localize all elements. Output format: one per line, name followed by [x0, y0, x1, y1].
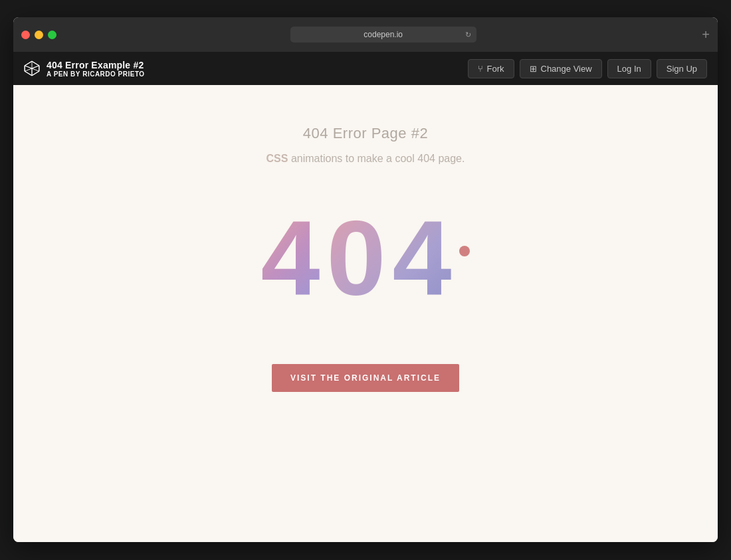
change-view-label: Change View — [541, 64, 592, 74]
close-button[interactable] — [21, 31, 30, 39]
codepen-actions: ⑂ Fork ⊞ Change View Log In Sign Up — [468, 59, 708, 78]
title-bar: 🔒 ↻ + — [13, 17, 718, 52]
codepen-brand: 404 Error Example #2 A PEN BY Ricardo Pr… — [24, 60, 145, 78]
fork-button[interactable]: ⑂ Fork — [468, 59, 514, 78]
address-bar-wrapper: 🔒 ↻ — [290, 27, 476, 43]
browser-window: 🔒 ↻ + 404 Error Example #2 A PEN BY Ric — [13, 17, 718, 542]
pen-title: 404 Error Example #2 — [47, 60, 145, 70]
page-subtitle: CSS animations to make a cool 404 page. — [266, 153, 465, 165]
maximize-button[interactable] — [48, 31, 56, 39]
fork-icon: ⑂ — [478, 64, 483, 74]
visit-original-button[interactable]: VISIT THE ORIGINAL ARTICLE — [272, 364, 459, 392]
content-area: 404 Error Page #2 CSS animations to make… — [13, 85, 718, 542]
address-bar: 🔒 ↻ — [118, 27, 649, 43]
svg-line-6 — [32, 68, 39, 71]
traffic-lights — [21, 31, 56, 39]
dot-accent — [459, 246, 470, 256]
refresh-icon[interactable]: ↻ — [465, 31, 471, 39]
change-view-icon: ⊞ — [530, 64, 537, 74]
pen-author-prefix: A PEN BY — [47, 70, 80, 78]
codepen-logo-icon — [24, 60, 40, 76]
page-title: 404 Error Page #2 — [303, 125, 428, 142]
change-view-button[interactable]: ⊞ Change View — [520, 59, 602, 78]
error-404-display: 4 0 4 — [261, 205, 470, 311]
codepen-toolbar: 404 Error Example #2 A PEN BY Ricardo Pr… — [13, 52, 718, 85]
pen-author-name[interactable]: Ricardo Prieto — [82, 70, 145, 78]
digit-middle: 0 — [327, 205, 386, 311]
login-button[interactable]: Log In — [607, 59, 651, 78]
codepen-title-block: 404 Error Example #2 A PEN BY Ricardo Pr… — [47, 60, 145, 78]
subtitle-rest: animations to make a cool 404 page. — [288, 153, 465, 164]
minimize-button[interactable] — [35, 31, 43, 39]
pen-author: A PEN BY Ricardo Prieto — [47, 70, 145, 78]
signup-button[interactable]: Sign Up — [657, 59, 707, 78]
fork-label: Fork — [487, 64, 504, 74]
digit-right: 4 — [392, 205, 451, 311]
subtitle-highlight: CSS — [266, 153, 288, 164]
url-input[interactable] — [290, 27, 476, 43]
svg-line-5 — [25, 68, 32, 71]
digit-left: 4 — [261, 205, 320, 311]
new-tab-button[interactable]: + — [702, 28, 710, 41]
